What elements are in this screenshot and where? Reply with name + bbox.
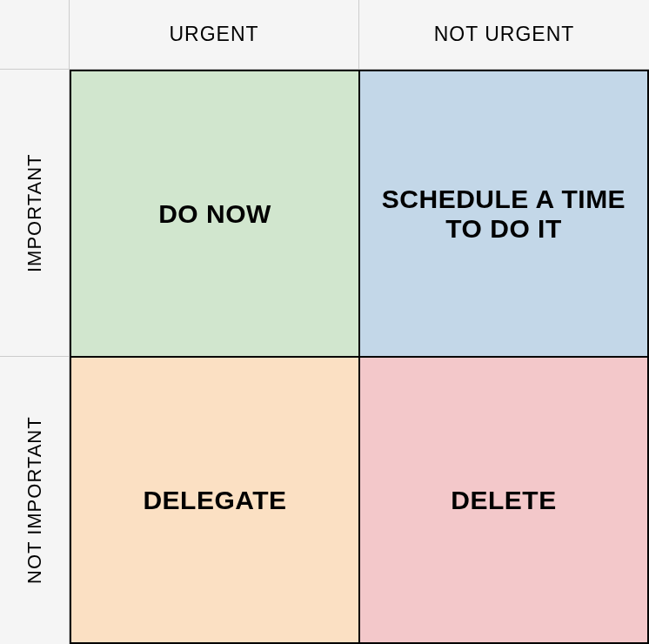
quadrant-schedule: SCHEDULE A TIME TO DO IT [359, 70, 649, 357]
column-header-not-urgent: NOT URGENT [359, 0, 649, 70]
corner-cell [0, 0, 70, 70]
row-header-not-important: NOT IMPORTANT [0, 357, 70, 644]
column-header-urgent: URGENT [70, 0, 359, 70]
row-header-important: IMPORTANT [0, 70, 70, 357]
quadrant-delegate: DELEGATE [70, 357, 359, 644]
eisenhower-matrix: URGENT NOT URGENT IMPORTANT DO NOW SCHED… [0, 0, 649, 644]
quadrant-delete: DELETE [359, 357, 649, 644]
quadrant-do-now: DO NOW [70, 70, 359, 357]
